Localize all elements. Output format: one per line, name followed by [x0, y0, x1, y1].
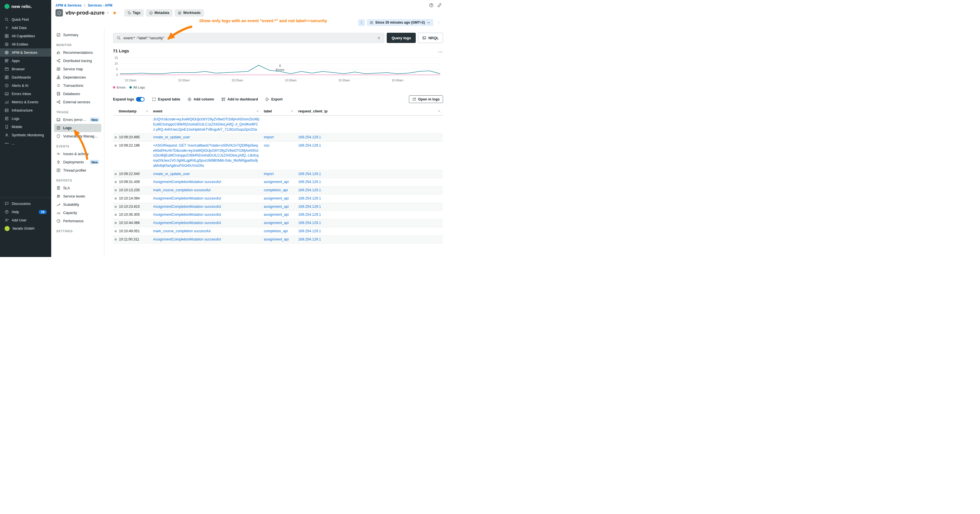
export-button[interactable]: Export [265, 97, 283, 101]
table-row[interactable]: 10:09:22.540create_or_update_userimport1… [113, 170, 443, 178]
nrql-button[interactable]: NRQL [418, 33, 443, 43]
row-expand-handle[interactable] [115, 222, 117, 224]
time-picker[interactable]: Since 30 minutes ago (GMT+2) [367, 19, 433, 26]
legend-errors[interactable]: Errors [113, 86, 126, 89]
event-link[interactable]: AssignmentCompletionMutation successful [153, 180, 221, 184]
row-expand-handle[interactable] [115, 214, 117, 216]
event-link[interactable]: mark_course_completion successful [153, 188, 210, 192]
sidebar-footer-item-help[interactable]: Help70 [0, 208, 51, 216]
entity-nav-item-databases[interactable]: Databases [54, 90, 101, 98]
table-row[interactable]: 10:09:22.196<ASGIRequest: GET '/sso/call… [113, 142, 443, 170]
table-row[interactable]: 10:09:20.895create_or_update_userimport1… [113, 134, 443, 142]
label-link[interactable]: assignment_api [264, 213, 289, 216]
entity-nav-item-logs[interactable]: Logs [54, 124, 101, 132]
entity-nav-item-issues-activity[interactable]: Issues & activity [54, 150, 101, 158]
entity-nav-item-errors-errors-inb[interactable]: Errors (errors inb...New [54, 116, 101, 124]
request-client-ip-link[interactable]: 169.254.129.1 [298, 229, 321, 233]
sidebar-item-apm-services[interactable]: APM & Services [0, 48, 51, 57]
event-link[interactable]: <ASGIRequest: GET '/sso/callback/?state=… [153, 143, 258, 168]
event-link[interactable]: AssignmentCompletionMutation successful [153, 196, 221, 201]
tags-button[interactable]: Tags [124, 10, 144, 16]
event-link[interactable]: create_or_update_user [153, 172, 190, 176]
remove-column-icon[interactable] [145, 110, 148, 113]
label-link[interactable]: assignment_api [264, 180, 289, 184]
workloads-button[interactable]: Workloads [175, 10, 204, 16]
request-client-ip-link[interactable]: 169.254.129.1 [298, 180, 321, 184]
request-client-ip-link[interactable]: 169.254.129.1 [298, 196, 321, 201]
metadata-button[interactable]: Metadata [146, 10, 172, 16]
entity-nav-item-deployments[interactable]: DeploymentsNew [54, 158, 101, 166]
event-link[interactable]: AssignmentCompletionMutation successful [153, 205, 221, 208]
entity-nav-item-scalability[interactable]: Scalability [54, 201, 101, 208]
expand-table-button[interactable]: Expand table [152, 97, 180, 101]
sidebar-item-errors-inbox[interactable]: Errors Inbox [0, 90, 51, 98]
table-row[interactable]: 10:10:35.305AssignmentCompletionMutation… [113, 211, 443, 219]
label-link[interactable]: completion_api [264, 229, 288, 233]
request-client-ip-link[interactable]: 169.254.129.1 [298, 143, 321, 147]
label-link[interactable]: sso [264, 143, 269, 147]
event-link[interactable]: AssignmentCompletionMutation successful [153, 213, 221, 216]
entity-nav-item-capacity[interactable]: Capacity [54, 208, 101, 217]
sidebar-footer-item-add-user[interactable]: Add User [0, 216, 51, 224]
expand-logs-control[interactable]: Expand logs [113, 97, 145, 102]
entity-nav-item-summary[interactable]: Summary [54, 31, 101, 39]
row-expand-handle[interactable] [115, 136, 117, 138]
label-link[interactable]: import [264, 135, 274, 139]
entity-nav-item-service-levels[interactable]: Service levels [54, 192, 101, 201]
row-expand-handle[interactable] [115, 197, 117, 199]
event-link[interactable]: create_or_update_user [153, 135, 190, 139]
sidebar-item-synthetic-monitoring[interactable]: Synthetic Monitoring [0, 131, 51, 139]
row-expand-handle[interactable] [115, 181, 117, 183]
entity-nav-item-vulnerability-management[interactable]: Vulnerability Management [54, 132, 101, 140]
table-row[interactable]: 10:10:23.815AssignmentCompletionMutation… [113, 203, 443, 211]
entity-switcher-chevron-icon[interactable] [105, 11, 110, 14]
sidebar-item-all-entities[interactable]: All Entities [0, 40, 51, 48]
request-client-ip-link[interactable]: 169.254.129.1 [298, 135, 321, 139]
entity-nav-item-transactions[interactable]: Transactions [54, 81, 101, 90]
entity-nav-item-sla[interactable]: SLA [54, 184, 101, 192]
logs-query-input[interactable] [124, 36, 374, 40]
label-link[interactable]: completion_api [264, 188, 288, 192]
favorite-star-icon[interactable]: ★ [112, 11, 117, 15]
table-row[interactable]: 10:10:14.094AssignmentCompletionMutation… [113, 195, 443, 203]
breadcrumb-link-apm-services[interactable]: APM & Services [56, 3, 81, 7]
table-row[interactable]: 10:09:31.439AssignmentCompletionMutation… [113, 178, 443, 186]
sidebar-item-logs[interactable]: Logs [0, 115, 51, 123]
request-client-ip-link[interactable]: 169.254.129.1 [298, 188, 321, 192]
request-client-ip-link[interactable]: 169.254.129.1 [298, 237, 321, 241]
sidebar-item-quick-find[interactable]: Quick Find [0, 15, 51, 24]
table-row[interactable]: 10:10:44.066AssignmentCompletionMutation… [113, 219, 443, 228]
remove-column-icon[interactable] [438, 110, 441, 113]
label-link[interactable]: assignment_api [264, 205, 289, 208]
entity-nav-item-recommendations[interactable]: Recommendations [54, 48, 101, 57]
sidebar-item-dashboards[interactable]: Dashboards [0, 73, 51, 81]
copy-permalink-icon[interactable] [437, 3, 442, 8]
sidebar-item-item[interactable]: ... [0, 139, 51, 147]
sidebar-item-mobile[interactable]: Mobile [0, 123, 51, 131]
sidebar-item-apps[interactable]: Apps [0, 57, 51, 65]
sidebar-item-browser[interactable]: Browser [0, 65, 51, 73]
entity-nav-item-dependencies[interactable]: Dependencies [54, 73, 101, 81]
sidebar-footer-item-iterativ-gmbh[interactable]: Iterativ GmbH [0, 224, 51, 232]
sidebar-item-add-data[interactable]: Add Data [0, 24, 51, 32]
request-client-ip-link[interactable]: 169.254.129.1 [298, 172, 321, 176]
help-icon[interactable] [429, 3, 434, 8]
row-expand-handle[interactable] [115, 230, 117, 232]
event-link[interactable]: JUQVU&code=eyJraWQiOiJjcGltY29yZV8wOTl1M… [153, 117, 259, 132]
sidebar-footer-item-discussions[interactable]: Discussions [0, 199, 51, 208]
entity-nav-item-service-map[interactable]: Service map [54, 65, 101, 73]
label-link[interactable]: assignment_api [264, 196, 289, 201]
table-row[interactable]: JUQVU&code=eyJraWQiOiJjcGltY29yZV8wOTl1M… [113, 116, 443, 134]
add-column-button[interactable]: Add column [188, 97, 214, 101]
entity-nav-item-distributed-tracing[interactable]: Distributed tracing [54, 57, 101, 65]
request-client-ip-link[interactable]: 169.254.129.1 [298, 213, 321, 216]
table-row[interactable]: 10:10:13.235mark_course_completion succe… [113, 186, 443, 195]
chart-menu-button[interactable]: ... [438, 49, 443, 53]
label-link[interactable]: assignment_api [264, 221, 289, 225]
sidebar-item-alerts-ai[interactable]: Alerts & AI [0, 81, 51, 90]
time-forward-button[interactable] [435, 19, 442, 26]
add-to-dashboard-button[interactable]: Add to dashboard [221, 97, 258, 101]
sidebar-item-all-capabilities[interactable]: All Capabilities [0, 32, 51, 40]
time-back-button[interactable] [358, 19, 365, 26]
row-expand-handle[interactable] [115, 239, 117, 240]
